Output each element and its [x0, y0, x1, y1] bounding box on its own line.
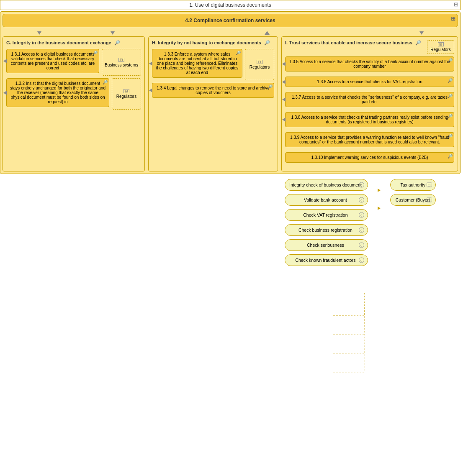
flow-item-2-icon: ○ [359, 212, 364, 218]
card-row-1310: 🔎 1.3.10 Implement warning services for … [285, 152, 454, 165]
card-138-text: 1.3.8 Access to a service that checks th… [289, 115, 450, 124]
section-h-icon: 🔎 [264, 40, 270, 45]
arrow-right-1 [378, 207, 381, 210]
card-139-text: 1.3.9 Access to a service that provides … [289, 135, 450, 144]
right-actors-column: Tax authority □ Customer (Buyer) □ [390, 179, 436, 291]
section-g: G. Integrity in the business document ex… [3, 36, 145, 171]
arrow-132 [3, 91, 7, 95]
flow-item-3-icon: ○ [359, 228, 364, 233]
compliance-bar: 4.2 Compliance confirmation services ⊞ [3, 14, 458, 27]
main-layout: 1. Use of digital business documents ⊞ 4… [0, 0, 461, 291]
actor-regulators-g: ⊟ Regulators [112, 78, 141, 110]
card-row-139: 🔎 1.3.9 Access to a service that provide… [285, 132, 454, 150]
actor-reg-g-icon: ⊟ [124, 89, 129, 93]
section-i-icon: 🔎 [415, 40, 421, 45]
card-1310-icon: 🔎 [448, 154, 453, 159]
card-138: 🔎 1.3.8 Access to a service that checks … [285, 112, 454, 127]
compliance-title: 4.2 Compliance confirmation services [185, 18, 275, 23]
section-h-title: H. Integrity by not having to exchange d… [152, 40, 274, 46]
card-row-131: 🔎 1.3.1 Access to a digital business doc… [6, 49, 141, 76]
section-i: I. Trust services that enable and increa… [281, 36, 458, 171]
compliance-icon: ⊞ [451, 15, 455, 22]
arrow-to-tax [376, 181, 382, 199]
top-title: 1. Use of digital business documents ⊞ [0, 0, 461, 10]
card-1310-text: 1.3.10 Implement warning services for su… [289, 155, 450, 160]
flow-item-seriousness: Check seriousness ○ [285, 239, 368, 251]
card-132-text: 1.3.2 Insist that the digital business d… [10, 81, 105, 104]
actor-tax-label: Tax authority [400, 182, 425, 187]
card-138-icon: 🔎 [448, 114, 453, 118]
section-g-title: G. Integrity in the business document ex… [6, 40, 141, 46]
actor-reg-i-icon: ⊟ [438, 42, 444, 46]
arrow-135 [282, 62, 286, 66]
card-131-icon: 🔎 [93, 51, 98, 55]
flow-arrows-area [376, 179, 382, 291]
actor-regulators-h1: ⊟ Regulators [245, 49, 274, 80]
flow-item-integrity: Integrity check of business document ○ [285, 179, 368, 191]
actor-customer-label: Customer (Buyer) [396, 197, 430, 202]
card-139: 🔎 1.3.9 Access to a service that provide… [285, 132, 454, 147]
bottom-flow-area: Integrity check of business document ○ V… [285, 179, 461, 291]
flow-items-column: Integrity check of business document ○ V… [285, 179, 368, 291]
flow-item-0-label: Integrity check of business document [289, 182, 362, 187]
card-134-icon: 🔎 [268, 84, 273, 89]
actor-tax-authority: Tax authority □ [390, 179, 436, 191]
section-h: H. Integrity by not having to exchange d… [148, 36, 278, 171]
actor-reg-g-label: Regulators [115, 94, 138, 99]
flow-item-5-label: Check known fraudulent actors [295, 258, 355, 263]
section-i-title: I. Trust services that enable and increa… [285, 40, 425, 46]
card-135: 🔎 1.3.5 Access to a service that checks … [285, 56, 454, 72]
card-132: 🔎 1.3.2 Insist that the digital business… [6, 78, 109, 107]
card-row-137: 🔎 1.3.7 Access to a service that checks … [285, 92, 454, 110]
arrow-136 [282, 80, 286, 84]
actor-reg-h1-label: Regulators [248, 65, 271, 69]
card-1310: 🔎 1.3.10 Implement warning services for … [285, 152, 454, 163]
up-arrow-center [265, 31, 270, 35]
card-137: 🔎 1.3.7 Access to a service that checks … [285, 92, 454, 107]
card-139-icon: 🔎 [448, 134, 453, 138]
card-132-icon: 🔎 [103, 80, 108, 84]
top-icon: ⊞ [454, 1, 458, 8]
card-133: 🔎 1.3.3 Enforce a system where sales doc… [152, 49, 242, 78]
arrow-134 [149, 88, 152, 92]
actor-business-systems: ⊟ Business systems [102, 49, 141, 76]
flow-item-3-label: Check business registration [298, 228, 352, 233]
arrow-right-0 [378, 189, 381, 192]
card-133-icon: 🔎 [236, 51, 241, 55]
arrow-131 [3, 59, 7, 63]
actor-bs-icon: ⊟ [118, 58, 124, 62]
flow-item-vat: Check VAT registration ○ [285, 209, 368, 221]
actor-regulators-i: ⊟ Regulators [427, 40, 454, 54]
down-arrow-i [419, 31, 424, 35]
arrow-row [3, 27, 458, 36]
card-131: 🔎 1.3.1 Access to a digital business doc… [6, 49, 99, 73]
card-row-136: 🔎 1.3.6 Access to a service that checks … [285, 77, 454, 89]
card-row-134: 🔎 1.3.4 Legal changes to remove the need… [152, 83, 274, 100]
card-133-text: 1.3.3 Enforce a system where sales docum… [156, 52, 239, 75]
arrow-133 [149, 61, 152, 66]
actor-reg-h1-icon: ⊟ [257, 60, 262, 64]
actor-bs-label: Business systems [105, 63, 138, 67]
arrow-137 [282, 97, 286, 102]
connector-svg [0, 293, 461, 452]
card-135-text: 1.3.5 Access to a service that checks th… [289, 59, 450, 69]
card-137-text: 1.3.7 Access to a service that checks th… [289, 95, 450, 104]
actor-customer: Customer (Buyer) □ [390, 194, 436, 206]
section-h-title-text: H. Integrity by not having to exchange d… [152, 40, 261, 45]
arrow-138 [282, 118, 286, 122]
card-row-135: 🔎 1.3.5 Access to a service that checks … [285, 56, 454, 74]
section-content-row: G. Integrity in the business document ex… [3, 36, 458, 171]
section-g-icon: 🔎 [114, 40, 120, 45]
card-134-text: 1.3.4 Legal changes to remove the need t… [156, 86, 270, 95]
card-131-text: 1.3.1 Access to a digital business docum… [10, 52, 95, 70]
section-i-title-text: I. Trust services that enable and increa… [285, 40, 412, 45]
card-136-text: 1.3.6 Access to a service that checks fo… [289, 79, 450, 84]
card-136-icon: 🔎 [448, 78, 453, 83]
actor-customer-icon: □ [427, 198, 432, 202]
card-row-138: 🔎 1.3.8 Access to a service that checks … [285, 112, 454, 130]
flow-item-4-icon: ○ [359, 243, 364, 248]
section-g-title-text: G. Integrity in the business document ex… [6, 40, 111, 45]
card-135-icon: 🔎 [448, 58, 453, 63]
card-136: 🔎 1.3.6 Access to a service that checks … [285, 77, 454, 87]
card-137-icon: 🔎 [448, 94, 453, 98]
